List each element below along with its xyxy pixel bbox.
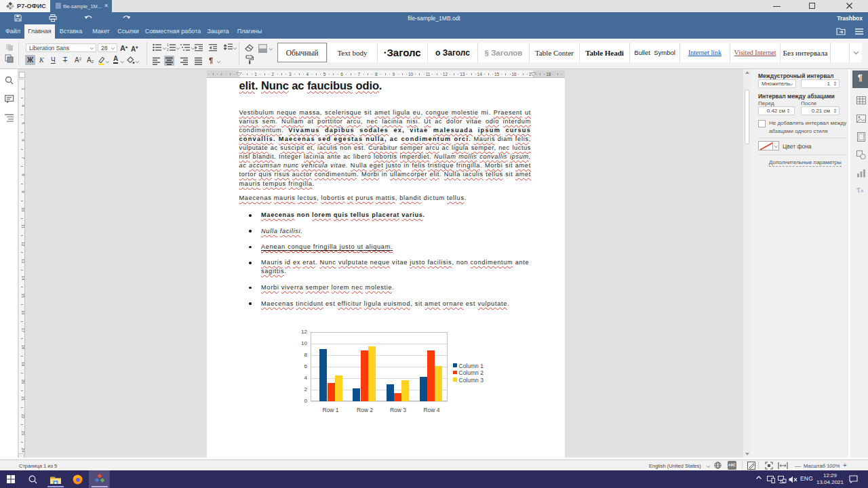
svg-text:1: 1 <box>167 43 169 47</box>
svg-text:2: 2 <box>167 47 169 52</box>
